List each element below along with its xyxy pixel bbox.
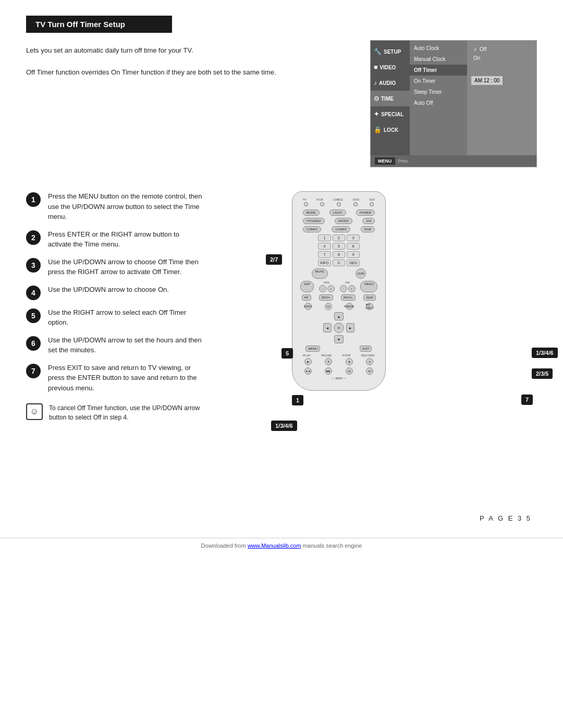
menu-remote-btn[interactable]: MENU (305, 346, 320, 352)
sub-off[interactable]: Off (471, 45, 532, 54)
intro-line1: Lets you set an automatic daily turn off… (26, 45, 276, 56)
skipback-btn[interactable]: |◄ (346, 367, 353, 375)
sidebar-item-lock[interactable]: 🔒 LOCK (371, 122, 410, 138)
play-btn[interactable]: ▶ (304, 358, 312, 365)
nav-left-btn[interactable]: ◄ (323, 323, 332, 332)
playback-labels: PLAYPAUSESTOPRECORD (298, 354, 380, 357)
vol-up-btn[interactable]: + (327, 285, 335, 292)
lock-icon: 🔒 (374, 126, 382, 133)
pip-input-btn[interactable]: PIP INPUT (366, 303, 373, 310)
swap-btn[interactable]: SWAP (363, 294, 376, 301)
step-2-num: 2 (26, 230, 41, 245)
light-btn[interactable]: LIGHT (329, 209, 346, 216)
power-btn[interactable]: POWER (356, 209, 375, 216)
sidebar-item-setup[interactable]: 🔧 SETUP (371, 44, 410, 59)
btn-8[interactable]: 8 (333, 251, 346, 258)
vcr-dot[interactable] (320, 202, 324, 206)
sat-dot[interactable] (370, 202, 374, 206)
front-btn[interactable]: FRONT (335, 218, 353, 224)
option-sleep-timer[interactable]: Sleep Timer (410, 87, 467, 97)
nav-up-btn[interactable]: ▲ (334, 312, 344, 320)
step-4-text: Use the UP/DOWN arrow to choose On. (48, 285, 169, 295)
note-text: To cancel Off Timer function, use the UP… (49, 403, 214, 422)
callout-235: 2/3/5 (532, 368, 553, 379)
menu-btn[interactable]: MENU (375, 157, 395, 165)
btn-geo[interactable]: GEO (347, 260, 360, 266)
sap-btn[interactable]: SAP (300, 281, 314, 292)
option-manual-clock[interactable]: Manual Clock (410, 54, 467, 65)
callout-1346-right: 1/3/4/6 (532, 348, 558, 358)
footer-text: Downloaded from (201, 542, 248, 549)
video-btn[interactable]: VIDEO (360, 281, 377, 292)
dvi-btn[interactable]: DVI (362, 218, 375, 224)
mode-btn[interactable]: MODE (303, 209, 320, 216)
btn-5[interactable]: 5 (333, 243, 346, 250)
nav-right-btn[interactable]: ► (346, 323, 354, 332)
comp1-btn[interactable]: COMP1 (303, 226, 321, 232)
skipfwd-btn[interactable]: ►| (366, 367, 373, 375)
rew-btn[interactable]: ◄◄ (304, 367, 312, 375)
btn-2[interactable]: 2 (333, 235, 346, 241)
comp2-btn[interactable]: COMP2 (332, 226, 350, 232)
sub-on[interactable]: On (471, 54, 532, 63)
callout-2-7: 2/7 (266, 254, 282, 265)
step-1: 1 Press the MENU button on the remote co… (26, 191, 255, 222)
btn-1[interactable]: 1 (318, 235, 331, 241)
menu-suboptions: Off On AM 12 : 00 (467, 41, 536, 155)
mute-row: MUTE SURF (298, 268, 380, 279)
btn-info[interactable]: INFO (318, 260, 331, 266)
surf-btn[interactable]: SURF (356, 268, 366, 279)
pipch-btn[interactable]: PIPCH- (319, 294, 333, 301)
option-auto-off[interactable]: Auto Off (410, 97, 467, 108)
nav-enter-btn[interactable]: ● (334, 323, 344, 333)
sidebar-item-time[interactable]: ⊙ TIME (371, 91, 410, 106)
option-auto-clock[interactable]: Auto Clock (410, 43, 467, 54)
nav-down-btn[interactable]: ▼ (334, 335, 344, 343)
mute-btn[interactable]: MUTE (312, 268, 328, 279)
btn-9[interactable]: 9 (347, 251, 360, 258)
pipch2-btn[interactable]: PIPCH+ (341, 294, 356, 301)
footer-link[interactable]: www.Manualslib.com (248, 542, 301, 549)
step-7: 7 Press EXIT to save and return to TV vi… (26, 363, 255, 393)
btn-7[interactable]: 7 (318, 251, 331, 258)
cc-btn[interactable]: CC (325, 303, 332, 310)
dvd-dot[interactable] (353, 202, 358, 206)
step-6-num: 6 (26, 336, 41, 351)
pip-btn[interactable]: PIP (302, 294, 311, 301)
rew-row: ◄◄ ▶▶ |◄ ►| (298, 367, 380, 375)
stop-btn[interactable]: ■ (346, 358, 353, 365)
note-box: ☺ To cancel Off Timer function, use the … (26, 403, 214, 422)
step-3-text: Use the UP/DOWN arrow to choose Off Time… (48, 257, 204, 277)
sidebar-item-video[interactable]: ■ VIDEO (371, 59, 410, 75)
btn-4[interactable]: 4 (318, 243, 331, 250)
ch-down-btn[interactable]: - (340, 285, 347, 292)
option-off-timer[interactable]: Off Timer (410, 65, 467, 76)
ratio-btn[interactable]: RATIO (304, 303, 312, 310)
tvvideo-btn[interactable]: TV/VIDEO (303, 218, 325, 224)
step-6-text: Use the UP/DOWN arrow to set the hours a… (48, 335, 204, 355)
freeze-btn[interactable]: FREEZE (346, 303, 353, 310)
tv-dot[interactable] (304, 202, 308, 206)
step-5: 5 Use the RIGHT arrow to select each Off… (26, 307, 255, 328)
option-on-timer[interactable]: On Timer (410, 76, 467, 87)
menu-sidebar: 🔧 SETUP ■ VIDEO ♪ AUDIO ⊙ TIME (371, 41, 410, 155)
exit-btn[interactable]: EXIT (360, 346, 372, 352)
vol-down-btn[interactable]: - (319, 285, 326, 292)
sidebar-item-special[interactable]: ✦ SPECIAL (371, 106, 410, 122)
step-3-num: 3 (26, 258, 41, 273)
ff-btn[interactable]: ▶▶ (325, 367, 332, 375)
record-btn[interactable]: ● (366, 358, 373, 365)
nav-cross: ▲ ▼ ◄ ► ● (323, 312, 354, 343)
cable-dot[interactable] (337, 202, 341, 206)
rgb-btn[interactable]: RGB (361, 226, 375, 232)
ch-up-btn[interactable]: + (348, 285, 356, 292)
step-5-text: Use the RIGHT arrow to select each Off T… (48, 307, 204, 328)
btn-3[interactable]: 3 (347, 235, 360, 241)
btn-6[interactable]: 6 (347, 243, 360, 250)
sidebar-item-audio[interactable]: ♪ AUDIO (371, 75, 410, 91)
input-btn-row: TV/VIDEO FRONT DVI (298, 218, 380, 224)
btn-0[interactable]: 0 (333, 260, 346, 266)
pip-row: PIP PIPCH- PIPCH+ SWAP (298, 294, 380, 301)
pause-btn[interactable]: ⏸ (325, 358, 332, 365)
note-icon: ☺ (26, 403, 43, 420)
